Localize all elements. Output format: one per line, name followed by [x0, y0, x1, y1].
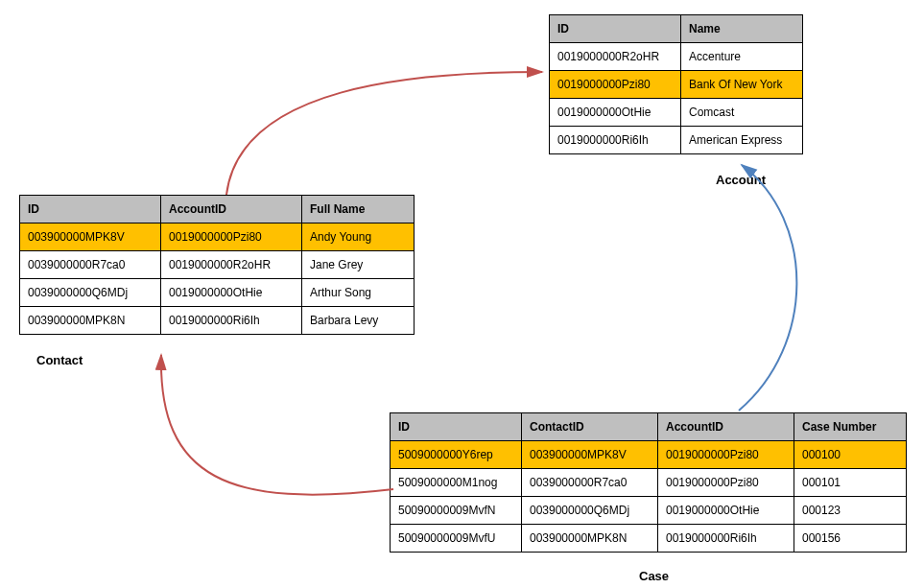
case-header-casenumber: Case Number — [794, 413, 907, 441]
case-cell: 0019000000Pzi80 — [658, 469, 794, 497]
case-row: 50090000009MvfN0039000000Q6MDj0019000000… — [391, 497, 907, 525]
case-cell: 5009000000Y6rep — [391, 441, 522, 469]
account-cell: 0019000000Ri6Ih — [550, 127, 681, 154]
contact-cell: 0039000000R7ca0 — [20, 251, 161, 279]
contact-cell: Andy Young — [302, 223, 415, 251]
contact-row: 003900000MPK8V0019000000Pzi80Andy Young — [20, 223, 415, 251]
contact-cell: 003900000MPK8V — [20, 223, 161, 251]
case-row: 50090000009MvfU003900000MPK8N0019000000R… — [391, 525, 907, 553]
account-cell: Bank Of New York — [681, 71, 803, 99]
case-cell: 000123 — [794, 497, 907, 525]
arrow-case-to-contact — [161, 355, 393, 495]
case-cell: 000101 — [794, 469, 907, 497]
case-label: Case — [639, 569, 669, 583]
account-row: 0019000000Pzi80Bank Of New York — [550, 71, 803, 99]
contact-cell: 0039000000Q6MDj — [20, 279, 161, 307]
contact-header-id: ID — [20, 196, 161, 223]
contact-cell: 0019000000Pzi80 — [161, 223, 302, 251]
case-cell: 5009000000M1nog — [391, 469, 522, 497]
contact-row: 003900000MPK8N0019000000Ri6IhBarbara Lev… — [20, 307, 415, 335]
case-cell: 50090000009MvfU — [391, 525, 522, 553]
account-row: 0019000000R2oHRAccenture — [550, 43, 803, 71]
arrow-case-to-account — [739, 165, 796, 411]
contact-cell: Arthur Song — [302, 279, 415, 307]
contact-header-accountid: AccountID — [161, 196, 302, 223]
case-cell: 0039000000R7ca0 — [522, 469, 658, 497]
account-cell: 0019000000OtHie — [550, 99, 681, 127]
case-cell: 0039000000Q6MDj — [522, 497, 658, 525]
contact-cell: 0019000000Ri6Ih — [161, 307, 302, 335]
account-header-id: ID — [550, 15, 681, 43]
account-cell: 0019000000R2oHR — [550, 43, 681, 71]
contact-row: 0039000000R7ca00019000000R2oHRJane Grey — [20, 251, 415, 279]
case-header-accountid: AccountID — [658, 413, 794, 441]
case-cell: 003900000MPK8V — [522, 441, 658, 469]
contact-header-fullname: Full Name — [302, 196, 415, 223]
case-cell: 0019000000Ri6Ih — [658, 525, 794, 553]
case-cell: 0019000000OtHie — [658, 497, 794, 525]
case-header-contactid: ContactID — [522, 413, 658, 441]
case-header-id: ID — [391, 413, 522, 441]
case-cell: 000156 — [794, 525, 907, 553]
case-cell: 000100 — [794, 441, 907, 469]
contact-table: ID AccountID Full Name 003900000MPK8V001… — [19, 195, 415, 335]
contact-cell: 0019000000R2oHR — [161, 251, 302, 279]
contact-row: 0039000000Q6MDj0019000000OtHieArthur Son… — [20, 279, 415, 307]
case-cell: 50090000009MvfN — [391, 497, 522, 525]
arrow-contact-to-account — [226, 72, 542, 195]
case-table: ID ContactID AccountID Case Number 50090… — [390, 412, 907, 553]
contact-label: Contact — [36, 353, 83, 367]
contact-cell: 003900000MPK8N — [20, 307, 161, 335]
account-cell: American Express — [681, 127, 803, 154]
account-cell: Comcast — [681, 99, 803, 127]
account-row: 0019000000OtHieComcast — [550, 99, 803, 127]
contact-cell: Barbara Levy — [302, 307, 415, 335]
account-header-name: Name — [681, 15, 803, 43]
account-row: 0019000000Ri6IhAmerican Express — [550, 127, 803, 154]
account-table: ID Name 0019000000R2oHRAccenture00190000… — [549, 14, 803, 154]
account-cell: 0019000000Pzi80 — [550, 71, 681, 99]
case-cell: 0019000000Pzi80 — [658, 441, 794, 469]
account-cell: Accenture — [681, 43, 803, 71]
case-cell: 003900000MPK8N — [522, 525, 658, 553]
account-label: Account — [716, 173, 766, 187]
case-row: 5009000000Y6rep003900000MPK8V0019000000P… — [391, 441, 907, 469]
contact-cell: 0019000000OtHie — [161, 279, 302, 307]
contact-cell: Jane Grey — [302, 251, 415, 279]
case-row: 5009000000M1nog0039000000R7ca00019000000… — [391, 469, 907, 497]
